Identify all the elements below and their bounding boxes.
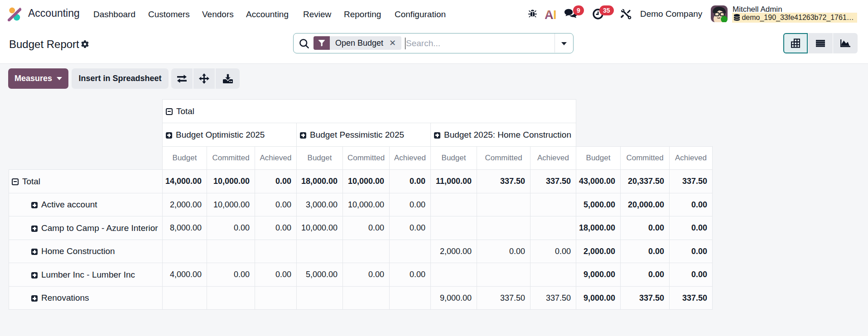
svg-text:I: I bbox=[553, 8, 557, 20]
svg-text:A: A bbox=[545, 8, 554, 20]
